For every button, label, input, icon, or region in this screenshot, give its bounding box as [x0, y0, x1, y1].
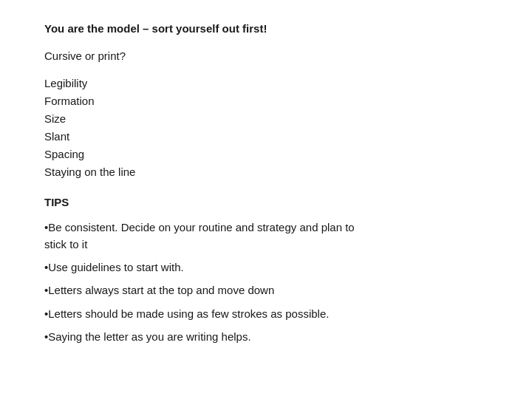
bullet-4-main: •Letters should be made using as few str… [44, 307, 329, 320]
bullet-3: •Letters always start at the top and mov… [44, 282, 488, 299]
page-content: You are the model – sort yourself out fi… [0, 0, 532, 366]
bullet-1-main: •Be consistent. Decide on your routine a… [44, 221, 355, 233]
list-item-formation: Formation [44, 92, 488, 110]
list-section: Legibility Formation Size Slant Spacing … [44, 75, 488, 181]
list-item-slant: Slant [44, 128, 488, 146]
bullet-1: •Be consistent. Decide on your routine a… [44, 219, 488, 253]
bullet-5: •Saying the letter as you are writing he… [44, 328, 488, 345]
cursive-question: Cursive or print? [44, 48, 488, 65]
main-heading: You are the model – sort yourself out fi… [44, 21, 488, 38]
tips-heading: TIPS [44, 194, 488, 211]
bullet-2-main: •Use guidelines to start with. [44, 261, 184, 273]
bullet-3-main: •Letters always start at the top and mov… [44, 284, 274, 296]
list-item-legibility: Legibility [44, 75, 488, 92]
bullet-2: •Use guidelines to start with. [44, 259, 488, 276]
list-item-staying-on-line: Staying on the line [44, 163, 488, 181]
bullet-4: •Letters should be made using as few str… [44, 305, 488, 322]
bullet-1-continuation: stick to it [44, 236, 488, 253]
list-item-size: Size [44, 110, 488, 128]
list-item-spacing: Spacing [44, 146, 488, 163]
bullet-5-main: •Saying the letter as you are writing he… [44, 330, 251, 343]
